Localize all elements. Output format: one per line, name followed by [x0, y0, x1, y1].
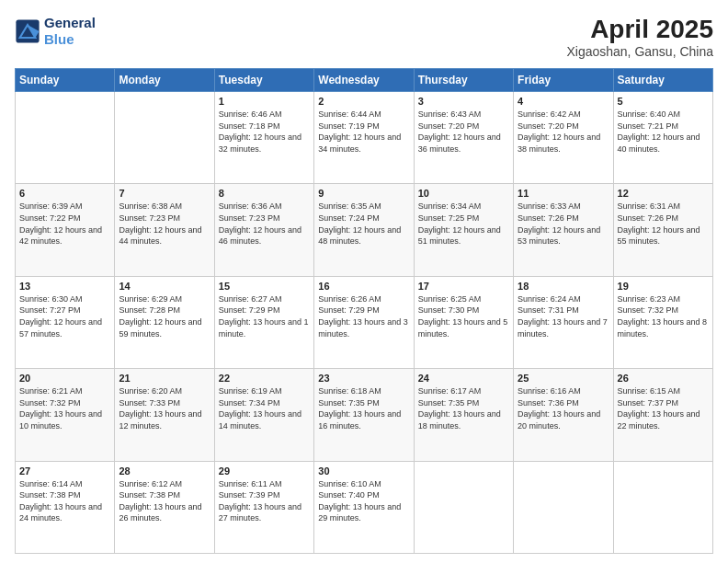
day-info: Sunrise: 6:10 AMSunset: 7:40 PMDaylight:…	[318, 478, 409, 524]
col-header-wednesday: Wednesday	[314, 69, 414, 92]
calendar-cell: 18Sunrise: 6:24 AMSunset: 7:31 PMDayligh…	[514, 276, 613, 368]
calendar-cell: 8Sunrise: 6:36 AMSunset: 7:23 PMDaylight…	[214, 184, 313, 276]
location: Xigaoshan, Gansu, China	[566, 44, 713, 59]
day-info: Sunrise: 6:40 AMSunset: 7:21 PMDaylight:…	[618, 109, 709, 155]
day-number: 29	[219, 465, 310, 477]
calendar-cell: 25Sunrise: 6:16 AMSunset: 7:36 PMDayligh…	[514, 369, 613, 461]
col-header-saturday: Saturday	[613, 69, 712, 92]
calendar-cell: 4Sunrise: 6:42 AMSunset: 7:20 PMDaylight…	[514, 92, 613, 184]
calendar-cell: 30Sunrise: 6:10 AMSunset: 7:40 PMDayligh…	[314, 461, 414, 553]
calendar-cell: 16Sunrise: 6:26 AMSunset: 7:29 PMDayligh…	[314, 276, 414, 368]
day-number: 28	[119, 465, 210, 477]
day-info: Sunrise: 6:31 AMSunset: 7:26 PMDaylight:…	[618, 201, 709, 247]
day-info: Sunrise: 6:27 AMSunset: 7:29 PMDaylight:…	[219, 293, 310, 339]
day-number: 6	[19, 188, 110, 199]
title-block: April 2025 Xigaoshan, Gansu, China	[566, 15, 713, 59]
calendar-header-row: SundayMondayTuesdayWednesdayThursdayFrid…	[16, 69, 713, 92]
day-number: 3	[418, 96, 509, 107]
day-info: Sunrise: 6:36 AMSunset: 7:23 PMDaylight:…	[219, 201, 310, 247]
calendar-cell: 14Sunrise: 6:29 AMSunset: 7:28 PMDayligh…	[115, 276, 214, 368]
calendar-cell: 22Sunrise: 6:19 AMSunset: 7:34 PMDayligh…	[214, 369, 313, 461]
day-number: 14	[119, 281, 210, 292]
header: General Blue April 2025 Xigaoshan, Gansu…	[15, 15, 713, 59]
day-info: Sunrise: 6:12 AMSunset: 7:38 PMDaylight:…	[119, 478, 210, 524]
calendar-week-row: 6Sunrise: 6:39 AMSunset: 7:22 PMDaylight…	[16, 184, 713, 276]
day-number: 5	[618, 96, 709, 107]
day-number: 7	[119, 188, 210, 199]
calendar-cell: 5Sunrise: 6:40 AMSunset: 7:21 PMDaylight…	[613, 92, 712, 184]
calendar-cell: 7Sunrise: 6:38 AMSunset: 7:23 PMDaylight…	[115, 184, 214, 276]
day-info: Sunrise: 6:35 AMSunset: 7:24 PMDaylight:…	[318, 201, 409, 247]
day-number: 10	[418, 188, 509, 199]
day-number: 11	[518, 188, 609, 199]
calendar-cell: 1Sunrise: 6:46 AMSunset: 7:18 PMDaylight…	[214, 92, 313, 184]
day-number: 21	[119, 373, 210, 384]
day-number: 30	[318, 465, 409, 477]
day-number: 4	[518, 96, 609, 107]
calendar-cell	[514, 461, 613, 553]
calendar-cell: 24Sunrise: 6:17 AMSunset: 7:35 PMDayligh…	[414, 369, 513, 461]
logo-icon	[15, 18, 40, 44]
calendar-week-row: 20Sunrise: 6:21 AMSunset: 7:32 PMDayligh…	[16, 369, 713, 461]
day-info: Sunrise: 6:29 AMSunset: 7:28 PMDaylight:…	[119, 293, 210, 339]
day-info: Sunrise: 6:21 AMSunset: 7:32 PMDaylight:…	[19, 385, 110, 431]
calendar-cell: 17Sunrise: 6:25 AMSunset: 7:30 PMDayligh…	[414, 276, 513, 368]
calendar-cell: 15Sunrise: 6:27 AMSunset: 7:29 PMDayligh…	[214, 276, 313, 368]
page: General Blue April 2025 Xigaoshan, Gansu…	[0, 0, 728, 563]
col-header-sunday: Sunday	[16, 69, 115, 92]
calendar-cell: 21Sunrise: 6:20 AMSunset: 7:33 PMDayligh…	[115, 369, 214, 461]
calendar-cell: 10Sunrise: 6:34 AMSunset: 7:25 PMDayligh…	[414, 184, 513, 276]
day-number: 9	[318, 188, 409, 199]
day-info: Sunrise: 6:39 AMSunset: 7:22 PMDaylight:…	[19, 201, 110, 247]
col-header-thursday: Thursday	[414, 69, 513, 92]
day-info: Sunrise: 6:15 AMSunset: 7:37 PMDaylight:…	[618, 385, 709, 431]
day-info: Sunrise: 6:38 AMSunset: 7:23 PMDaylight:…	[119, 201, 210, 247]
day-info: Sunrise: 6:43 AMSunset: 7:20 PMDaylight:…	[418, 109, 509, 155]
calendar-cell: 13Sunrise: 6:30 AMSunset: 7:27 PMDayligh…	[16, 276, 115, 368]
calendar-cell: 2Sunrise: 6:44 AMSunset: 7:19 PMDaylight…	[314, 92, 414, 184]
logo-line2: Blue	[44, 31, 96, 48]
day-number: 12	[618, 188, 709, 199]
calendar-cell	[16, 92, 115, 184]
calendar-cell: 6Sunrise: 6:39 AMSunset: 7:22 PMDaylight…	[16, 184, 115, 276]
col-header-monday: Monday	[115, 69, 214, 92]
day-number: 27	[19, 465, 110, 477]
day-number: 1	[219, 96, 310, 107]
day-info: Sunrise: 6:16 AMSunset: 7:36 PMDaylight:…	[518, 385, 609, 431]
day-info: Sunrise: 6:42 AMSunset: 7:20 PMDaylight:…	[518, 109, 609, 155]
col-header-tuesday: Tuesday	[214, 69, 313, 92]
calendar-week-row: 27Sunrise: 6:14 AMSunset: 7:38 PMDayligh…	[16, 461, 713, 553]
calendar-week-row: 13Sunrise: 6:30 AMSunset: 7:27 PMDayligh…	[16, 276, 713, 368]
day-info: Sunrise: 6:23 AMSunset: 7:32 PMDaylight:…	[618, 293, 709, 339]
day-info: Sunrise: 6:14 AMSunset: 7:38 PMDaylight:…	[19, 478, 110, 524]
calendar-week-row: 1Sunrise: 6:46 AMSunset: 7:18 PMDaylight…	[16, 92, 713, 184]
logo-line1: General	[44, 15, 96, 31]
day-number: 13	[19, 281, 110, 292]
day-number: 25	[518, 373, 609, 384]
calendar-cell	[613, 461, 712, 553]
day-info: Sunrise: 6:18 AMSunset: 7:35 PMDaylight:…	[318, 385, 409, 431]
day-number: 23	[318, 373, 409, 384]
day-info: Sunrise: 6:24 AMSunset: 7:31 PMDaylight:…	[518, 293, 609, 339]
calendar-cell: 29Sunrise: 6:11 AMSunset: 7:39 PMDayligh…	[214, 461, 313, 553]
day-info: Sunrise: 6:11 AMSunset: 7:39 PMDaylight:…	[219, 478, 310, 524]
day-number: 15	[219, 281, 310, 292]
calendar-cell: 28Sunrise: 6:12 AMSunset: 7:38 PMDayligh…	[115, 461, 214, 553]
logo-text: General Blue	[44, 15, 96, 48]
calendar-cell: 19Sunrise: 6:23 AMSunset: 7:32 PMDayligh…	[613, 276, 712, 368]
calendar-cell: 27Sunrise: 6:14 AMSunset: 7:38 PMDayligh…	[16, 461, 115, 553]
calendar-cell: 11Sunrise: 6:33 AMSunset: 7:26 PMDayligh…	[514, 184, 613, 276]
calendar-cell: 26Sunrise: 6:15 AMSunset: 7:37 PMDayligh…	[613, 369, 712, 461]
day-number: 19	[618, 281, 709, 292]
logo: General Blue	[15, 15, 96, 48]
day-number: 16	[318, 281, 409, 292]
day-number: 22	[219, 373, 310, 384]
day-info: Sunrise: 6:46 AMSunset: 7:18 PMDaylight:…	[219, 109, 310, 155]
day-number: 8	[219, 188, 310, 199]
day-number: 24	[418, 373, 509, 384]
calendar-cell: 9Sunrise: 6:35 AMSunset: 7:24 PMDaylight…	[314, 184, 414, 276]
calendar-cell: 20Sunrise: 6:21 AMSunset: 7:32 PMDayligh…	[16, 369, 115, 461]
day-info: Sunrise: 6:26 AMSunset: 7:29 PMDaylight:…	[318, 293, 409, 339]
day-info: Sunrise: 6:20 AMSunset: 7:33 PMDaylight:…	[119, 385, 210, 431]
day-info: Sunrise: 6:30 AMSunset: 7:27 PMDaylight:…	[19, 293, 110, 339]
